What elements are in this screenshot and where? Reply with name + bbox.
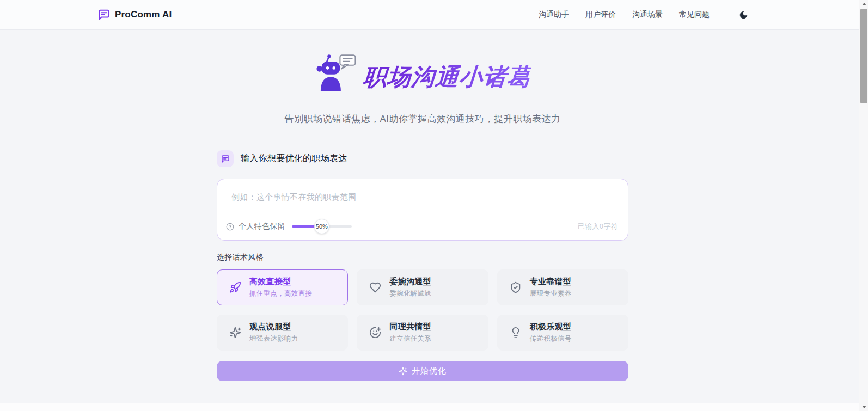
smile-plus-icon — [369, 327, 381, 339]
shield-check-icon — [510, 281, 522, 293]
scrollbar-up-arrow[interactable] — [859, 0, 868, 8]
expression-input[interactable] — [217, 179, 628, 218]
input-section-label: 输入你想要优化的职场表达 — [241, 153, 347, 164]
robot-mascot-icon — [314, 54, 358, 91]
sparkles-icon — [399, 367, 407, 376]
message-square-icon — [98, 9, 110, 21]
style-grid: 高效直接型 抓住重点，高效直接 委婉沟通型 委婉化解尴尬 — [217, 269, 628, 351]
nav-link-scenarios[interactable]: 沟通场景 — [632, 10, 663, 20]
main-nav: 沟通助手 用户评价 沟通场景 常见问题 — [539, 10, 748, 20]
scrollbar-down-arrow[interactable] — [859, 403, 868, 411]
input-card-footer: 个人特色保留 50% 已输入0字符 — [217, 218, 628, 240]
style-card-empathetic[interactable]: 同理共情型 建立信任关系 — [357, 315, 488, 351]
nav-link-assistant[interactable]: 沟通助手 — [539, 10, 569, 20]
style-card-optimistic[interactable]: 积极乐观型 传递积极信号 — [497, 315, 628, 351]
style-card-desc: 抓住重点，高效直接 — [249, 289, 312, 298]
dark-mode-toggle[interactable] — [739, 10, 748, 20]
rocket-icon — [229, 281, 241, 293]
style-section-label: 选择话术风格 — [217, 253, 628, 262]
slider-thumb[interactable]: 50% — [314, 219, 329, 234]
style-card-desc: 展现专业素养 — [530, 289, 572, 298]
style-card-persuasive[interactable]: 观点说服型 增强表达影响力 — [217, 315, 348, 351]
vertical-scrollbar[interactable] — [859, 0, 868, 411]
moon-icon — [739, 10, 748, 20]
input-section-header: 输入你想要优化的职场表达 — [217, 150, 628, 167]
style-card-title: 高效直接型 — [249, 277, 312, 287]
style-card-desc: 建立信任关系 — [389, 334, 431, 343]
style-card-desc: 委婉化解尴尬 — [389, 289, 431, 298]
heart-icon — [369, 281, 381, 293]
style-card-professional[interactable]: 专业靠谱型 展现专业素养 — [497, 269, 628, 305]
logo-text: ProComm AI — [115, 9, 172, 20]
style-card-title: 同理共情型 — [389, 322, 431, 332]
style-card-tactful[interactable]: 委婉沟通型 委婉化解尴尬 — [357, 269, 488, 305]
style-card-desc: 增强表达影响力 — [249, 334, 298, 343]
style-card-desc: 传递积极信号 — [530, 334, 572, 343]
nav-link-reviews[interactable]: 用户评价 — [585, 10, 616, 20]
input-card: 个人特色保留 50% 已输入0字符 — [217, 179, 628, 241]
nav-link-faq[interactable]: 常见问题 — [679, 10, 710, 20]
style-card-title: 专业靠谱型 — [530, 277, 572, 287]
char-count: 已输入0字符 — [578, 222, 618, 231]
page-title: 职场沟通小诸葛 — [362, 62, 532, 93]
main-content: 职场沟通小诸葛 告别职场说错话焦虑，AI助你掌握高效沟通技巧，提升职场表达力 输… — [0, 30, 868, 381]
logo[interactable]: ProComm AI — [98, 9, 172, 21]
hero-subtitle: 告别职场说错话焦虑，AI助你掌握高效沟通技巧，提升职场表达力 — [217, 113, 628, 125]
help-circle-icon[interactable] — [226, 223, 234, 231]
style-card-efficient[interactable]: 高效直接型 抓住重点，高效直接 — [217, 269, 348, 305]
style-card-title: 积极乐观型 — [530, 322, 572, 332]
optimize-button[interactable]: 开始优化 — [217, 361, 628, 381]
header: ProComm AI 沟通助手 用户评价 沟通场景 常见问题 — [0, 0, 868, 30]
next-section-strip — [0, 403, 859, 411]
style-card-title: 委婉沟通型 — [389, 277, 431, 287]
personality-slider[interactable]: 50% — [292, 219, 352, 234]
sparkles-icon — [229, 327, 241, 339]
hero: 职场沟通小诸葛 — [217, 54, 628, 93]
scrollbar-thumb[interactable] — [860, 9, 867, 103]
style-card-title: 观点说服型 — [249, 322, 298, 332]
optimize-button-label: 开始优化 — [412, 366, 447, 376]
slider-label: 个人特色保留 — [239, 222, 285, 231]
message-icon — [217, 150, 234, 167]
lightbulb-icon — [510, 327, 522, 339]
